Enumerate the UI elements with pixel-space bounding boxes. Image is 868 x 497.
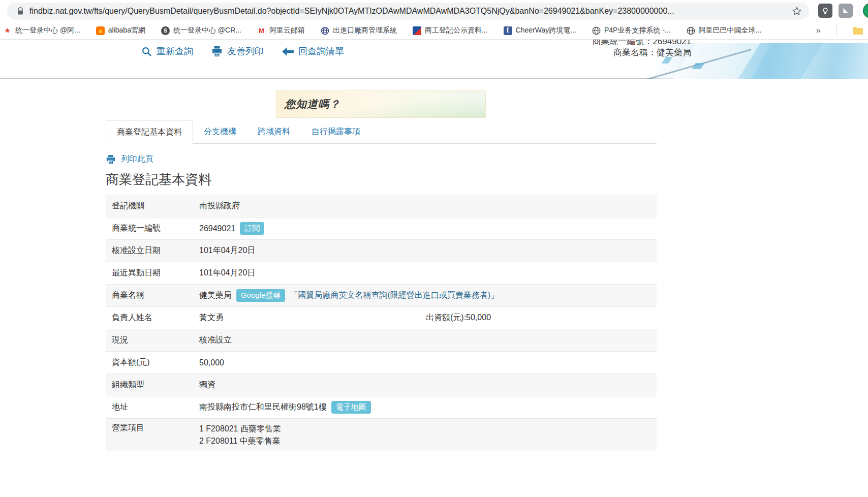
profile-avatar-icon[interactable]	[863, 3, 868, 18]
bookmark-item[interactable]: 阿里云邮箱	[257, 26, 305, 35]
google-search-button[interactable]: Google搜尋	[236, 289, 285, 302]
bookmarks-divider	[836, 25, 837, 36]
globe-favicon-icon	[687, 26, 695, 35]
site-header: 重新查詢 友善列印 回查詢清單 商業統一編號：26949021 商業名稱：健美藥…	[0, 40, 868, 79]
bookmark-item[interactable]: 统一登录中心 @CR...	[161, 26, 241, 35]
browser-chrome: findbiz.nat.gov.tw/fts/query/QueryBusmDe…	[0, 0, 868, 40]
header-business-name: 商業名稱：健美藥局	[592, 47, 691, 58]
tab-self-disclosure[interactable]: 自行揭露事項	[301, 120, 371, 143]
electronic-map-button[interactable]: 電子地圖	[331, 401, 371, 414]
globe-favicon-icon	[321, 26, 329, 35]
bookmark-item[interactable]: 出進口廠商管理系統	[321, 26, 397, 35]
search-icon	[141, 46, 152, 57]
table-row-capital-amount: 資本額(元) 50,000	[106, 352, 657, 374]
table-row-address: 地址 南投縣南投市仁和里民權街98號1樓 電子地圖	[106, 396, 657, 419]
table-row-owner-name: 負責人姓名 黃文勇 出資額(元):50,000	[106, 307, 657, 329]
facebook-favicon-icon	[504, 26, 512, 35]
url-address-bar[interactable]: findbiz.nat.gov.tw/fts/query/QueryBusmDe…	[7, 3, 809, 20]
print-this-page-link[interactable]: 列印此頁	[106, 154, 153, 165]
query-toolbar: 重新查詢 友善列印 回查詢清單	[141, 45, 344, 57]
capital-contribution-value: 出資額(元):50,000	[426, 313, 491, 323]
alibaba-favicon-icon	[96, 26, 105, 35]
detail-tabs: 商業登記基本資料 分支機構 跨域資料 自行揭露事項	[106, 120, 657, 144]
trade-bureau-english-name-link[interactable]: 「國貿局廠商英文名稱查詢(限經營出進口或買賣業務者)」	[290, 290, 499, 301]
tab-cross-domain[interactable]: 跨域資料	[247, 120, 301, 143]
did-you-know-banner[interactable]: 您知道嗎？	[276, 90, 486, 118]
url-text: findbiz.nat.gov.tw/fts/query/QueryBusmDe…	[29, 7, 787, 16]
globe-favicon-icon	[592, 26, 601, 35]
bookmark-item[interactable]: alibaba官網	[96, 26, 145, 35]
tab-basic-registration[interactable]: 商業登記基本資料	[106, 120, 193, 144]
table-row-organization-type: 組織類型 獨資	[106, 374, 657, 396]
page-title: 商業登記基本資料	[106, 171, 211, 189]
table-row-business-items: 營業項目 1 F208021 西藥零售業 2 F208011 中藥零售業	[106, 419, 657, 451]
printer-icon	[106, 155, 116, 164]
back-arrow-icon	[282, 47, 294, 56]
bookmark-item[interactable]: P4P业务支撑系统 -...	[592, 26, 671, 35]
bookmark-item[interactable]: 商工登記公示資料...	[413, 26, 488, 35]
bookmark-star-icon[interactable]	[792, 6, 802, 16]
bookmarks-bar: 统一登录中心 @阿... alibaba官網 统一登录中心 @CR... 阿里云…	[0, 21, 868, 40]
bookmark-item[interactable]: 阿里巴巴中國全球...	[687, 26, 762, 35]
sidebar-extension-icon[interactable]	[839, 4, 853, 18]
table-row-ban-number: 商業統一編號 26949021 訂閱	[106, 218, 657, 240]
lock-icon[interactable]	[17, 7, 23, 15]
table-row-business-name: 商業名稱 健美藥局 Google搜尋 「國貿局廠商英文名稱查詢(限經營出進口或買…	[106, 285, 657, 307]
table-row-current-status: 現況 核准設立	[106, 329, 657, 352]
printer-icon	[211, 46, 223, 56]
table-row-approval-date: 核准設立日期 101年04月20日	[106, 240, 657, 262]
chrome-divider	[859, 5, 859, 16]
starburst-favicon-icon	[3, 26, 12, 35]
requery-button[interactable]: 重新查詢	[141, 45, 193, 57]
table-row-last-change-date: 最近異動日期 101年04月20日	[106, 262, 657, 285]
friendly-print-button[interactable]: 友善列印	[211, 45, 264, 57]
business-items-list: 1 F208021 西藥零售業 2 F208011 中藥零售業	[199, 423, 281, 447]
flag-favicon-icon	[413, 26, 421, 35]
table-row-registry-agency: 登記機關 南投縣政府	[106, 195, 657, 218]
bookmarks-folder-icon[interactable]	[853, 26, 863, 35]
back-to-list-button[interactable]: 回查詢清單	[282, 45, 344, 57]
bookmark-item[interactable]: CheerWay跨境電...	[504, 26, 576, 35]
subscribe-button[interactable]: 訂閱	[240, 222, 264, 235]
tab-branches[interactable]: 分支機構	[193, 120, 247, 143]
bookmark-item[interactable]: 统一登录中心 @阿...	[3, 26, 80, 35]
mail-favicon-icon	[257, 26, 266, 35]
lightbulb-extension-icon[interactable]	[818, 4, 832, 18]
bookmarks-overflow-chevron[interactable]: »	[816, 25, 821, 36]
dark-circle-favicon-icon	[161, 26, 170, 35]
main-content: 您知道嗎？ 商業登記基本資料 分支機構 跨域資料 自行揭露事項 列印此頁 商業登…	[0, 79, 868, 497]
registration-detail-table: 登記機關 南投縣政府 商業統一編號 26949021 訂閱 核准設立日期 101…	[106, 195, 657, 451]
